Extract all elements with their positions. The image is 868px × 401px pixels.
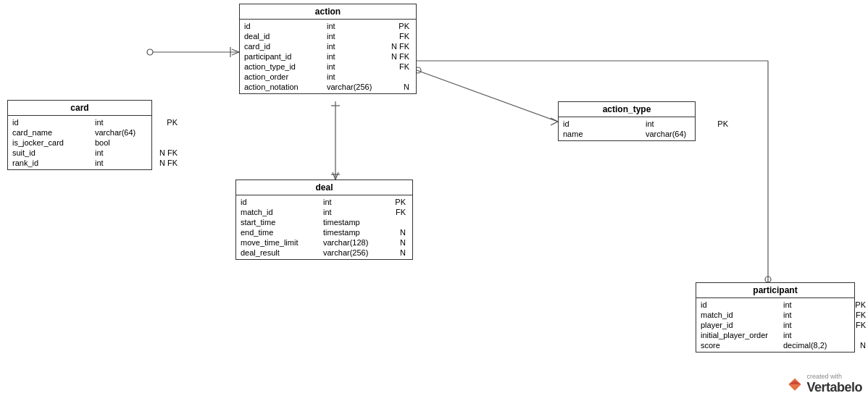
participant-table-body: id int PK match_id int FK player_id int …	[696, 298, 854, 352]
table-row: start_time timestamp	[236, 217, 412, 227]
table-row: score decimal(8,2) N	[696, 340, 854, 350]
table-row: id int PK	[559, 119, 695, 129]
deal-table-body: id int PK match_id int FK start_time tim…	[236, 195, 412, 259]
table-row: id int PK	[8, 117, 151, 127]
table-row: id int PK	[240, 21, 416, 31]
svg-point-17	[765, 277, 771, 282]
participant-table-header: participant	[696, 283, 854, 298]
table-row: name varchar(64)	[559, 129, 695, 139]
action-type-table: action_type id int PK name varchar(64)	[558, 101, 696, 141]
table-row: end_time timestamp N	[236, 227, 412, 237]
action-type-table-header: action_type	[559, 102, 695, 117]
card-table: card id int PK card_name varchar(64) is_…	[7, 100, 152, 170]
table-row: deal_id int FK	[240, 31, 416, 41]
svg-line-7	[333, 172, 335, 180]
action-table-header: action	[240, 4, 416, 20]
table-row: id int PK	[696, 300, 854, 310]
deal-table-header: deal	[236, 180, 412, 195]
table-row: card_name varchar(64)	[8, 127, 151, 138]
table-row: action_order int	[240, 72, 416, 82]
table-row: suit_id int N FK	[8, 148, 151, 158]
svg-line-2	[232, 49, 239, 52]
table-row: player_id int FK	[696, 320, 854, 330]
svg-line-3	[232, 52, 239, 55]
table-row: action_notation varchar(256) N	[240, 82, 416, 92]
vertabelo-text: created with Vertabelo	[806, 373, 862, 395]
table-row: id int PK	[236, 197, 412, 207]
svg-line-13	[551, 122, 558, 125]
svg-line-11	[417, 70, 558, 122]
svg-point-0	[147, 49, 153, 55]
participant-table: participant id int PK match_id int FK pl…	[696, 282, 855, 353]
vertabelo-brand-label: Vertabelo	[806, 380, 862, 395]
table-row: match_id int FK	[696, 310, 854, 320]
table-row: initial_player_order int	[696, 330, 854, 340]
table-row: match_id int FK	[236, 207, 412, 217]
table-row: participant_id int N FK	[240, 51, 416, 62]
table-row: deal_result varchar(256) N	[236, 248, 412, 258]
table-row: move_time_limit varchar(128) N	[236, 237, 412, 248]
diagram: card id int PK card_name varchar(64) is_…	[0, 0, 868, 401]
table-row: action_type_id int FK	[240, 62, 416, 72]
vertabelo-logo-icon	[786, 376, 804, 393]
created-with-label: created with	[806, 373, 842, 380]
svg-line-12	[551, 118, 558, 122]
action-table: action id int PK deal_id int FK card_id …	[239, 4, 417, 94]
table-row: rank_id int N FK	[8, 158, 151, 168]
table-row: card_id int N FK	[240, 41, 416, 51]
deal-table: deal id int PK match_id int FK start_tim…	[235, 180, 413, 260]
action-table-body: id int PK deal_id int FK card_id int N F…	[240, 20, 416, 93]
card-table-header: card	[8, 101, 151, 116]
table-row: is_jocker_card bool	[8, 138, 151, 148]
card-table-body: id int PK card_name varchar(64) is_jocke…	[8, 116, 151, 169]
svg-line-8	[335, 172, 338, 180]
action-type-table-body: id int PK name varchar(64)	[559, 117, 695, 140]
vertabelo-badge: created with Vertabelo	[786, 373, 862, 395]
